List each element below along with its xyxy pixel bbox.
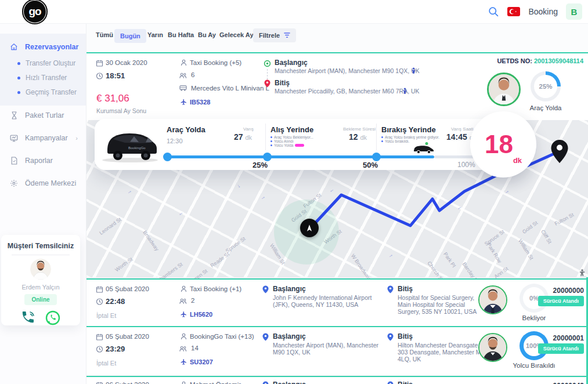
filter-label: Filtrele [259, 32, 280, 39]
reservation-row[interactable]: 06 Şubat 2020 Mehmet Özdemir Başlangıç B… [86, 376, 588, 384]
search-icon[interactable] [488, 6, 499, 17]
customer-rep-card: Müşteri Temsilciniz Erdem Yalçın Online [1, 235, 80, 325]
meta-value: 12 dk [349, 132, 367, 142]
bullet-icon [17, 77, 20, 79]
bullet-icon [17, 91, 20, 94]
sidebar-item-label: Raporlar [25, 157, 53, 165]
stage-bullet: Yolcu Alındı [270, 139, 294, 143]
percent-label: 50% [363, 161, 378, 169]
filter-button[interactable]: Filtrele [253, 28, 296, 42]
status-pill [295, 144, 304, 147]
tab-bu-ay[interactable]: Bu Ay [198, 31, 216, 38]
sidebar-item-transfer-olustur[interactable]: Transfer Oluştur [0, 58, 86, 68]
hourglass-icon [9, 111, 19, 119]
stage-bullet: Araç Yolcu Bekleniyor... [270, 135, 313, 139]
sidebar: Rezervasyonlar Transfer Oluştur Hızlı Tr… [0, 23, 86, 384]
end-address: Manchester Piccadilly, GB, Manchester M6… [275, 88, 449, 95]
row-flight: SU3207 [190, 358, 213, 365]
row-date: 05 Şubat 2020 [106, 285, 149, 292]
cancel-link[interactable]: İptal Et [96, 360, 116, 367]
person-icon [180, 381, 187, 384]
tab-tumu[interactable]: Tümü [96, 31, 113, 38]
end-label: Bitiş [398, 285, 413, 293]
driver-avatar [478, 333, 507, 362]
clock-icon [96, 298, 103, 305]
tracking-panel: BookingGo Araç Yolda 12:30 Varış 27 dk A… [95, 119, 525, 170]
svg-text:BookingGo: BookingGo [128, 146, 146, 150]
sidebar-item-hizli-transfer[interactable]: Hızlı Transfer [0, 73, 86, 83]
row-customer: Taxi Booking (+1) [190, 285, 241, 292]
stage-bullet: Yolcu bırakıldı. [381, 139, 409, 143]
cancel-link[interactable]: İptal Et [96, 312, 116, 319]
vehicle-name: Mercedes Vito L Minivan L [191, 85, 269, 92]
filter-icon [284, 32, 290, 38]
person-pin-icon[interactable] [402, 88, 407, 94]
meta-label: Varış [243, 126, 254, 132]
sidebar-item-raporlar[interactable]: Raporlar [0, 154, 86, 167]
sidebar-item-gecmis-transfer[interactable]: Geçmiş Transfer [0, 87, 86, 97]
reservation-time: 18:51 [106, 71, 125, 80]
home-icon [9, 43, 19, 51]
row-customer: Mehmet Özdemir [190, 381, 241, 384]
tab-bugun[interactable]: Bugün [114, 29, 146, 43]
chevron-right-icon: › [75, 135, 78, 142]
sidebar-item-label: Hızlı Transfer [26, 74, 67, 82]
driver-assigned-badge: Sürücü Atandı [538, 343, 584, 354]
reports-icon [9, 157, 19, 165]
passengers-icon [179, 72, 187, 79]
reservation-row[interactable]: 05 Şubat 2020 23:29 İptal Et BookingGo T… [86, 326, 588, 375]
driver-avatar [487, 73, 521, 106]
flight-icon [180, 311, 187, 318]
tab-yarin[interactable]: Yarın [147, 31, 163, 38]
brand-name: Booking [528, 7, 558, 16]
app-logo[interactable]: go [22, 0, 48, 24]
row-status: Yolcu Bırakıldı [505, 362, 563, 369]
clock-icon [96, 73, 103, 79]
end-label: Bitiş [398, 332, 413, 340]
end-label: Bitiş [275, 79, 290, 87]
reservation-row[interactable]: 05 Şubat 2020 22:48 İptal Et Taxi Bookin… [86, 278, 588, 326]
meta-value: 27 dk [234, 132, 252, 142]
passenger-count: 6 [191, 71, 194, 78]
phone-icon[interactable] [20, 310, 37, 326]
price-note: Kurumsal Ay Sonu [96, 107, 146, 114]
person-pin-icon[interactable] [411, 67, 416, 74]
start-pin-icon [262, 285, 269, 294]
stage-bullet: Araç Yolcu bırakış yerine gidiyor. [381, 135, 439, 139]
eta-unit: dk [513, 156, 522, 165]
driver-avatar [478, 285, 507, 314]
start-label: Başlangıç [273, 332, 306, 340]
progress-percent: 25% [534, 75, 557, 98]
progress-dot [263, 153, 272, 161]
sidebar-item-label: Paket Turlar [25, 111, 64, 119]
reservation-card[interactable]: 30 Ocak 2020 18:51 € 31,06 Kurumsal Ay S… [86, 52, 588, 120]
sidebar-item-odeme-merkezi[interactable]: Ödeme Merkezi [0, 177, 86, 190]
sidebar-item-label: Ödeme Merkezi [25, 179, 76, 187]
tab-bu-hafta[interactable]: Bu Hafta [168, 31, 194, 38]
navigation-arrow-icon [305, 224, 313, 232]
vehicle-marker[interactable] [300, 219, 319, 237]
tab-gelecek-ay[interactable]: Gelecek Ay [219, 31, 254, 38]
profile-button[interactable]: B [566, 3, 582, 20]
sidebar-item-paket-turlar[interactable]: Paket Turlar [0, 109, 86, 122]
sidebar-item-kampanyalar[interactable]: Kampanyalar › [0, 132, 86, 144]
destination-pin-icon[interactable] [550, 140, 569, 163]
sidebar-item-label: Transfer Oluştur [26, 59, 75, 67]
whatsapp-icon[interactable] [45, 310, 61, 326]
calendar-icon [96, 334, 103, 340]
end-pin-icon [387, 381, 394, 384]
start-address: Manchester Airport (MAN), Manchester M90… [273, 342, 386, 356]
stage-title: Araç Yolda [167, 125, 205, 134]
sidebar-item-label: Rezervasyonlar [25, 43, 78, 51]
booking-number: 20000000 [526, 287, 584, 295]
meta-label: Varış Saati [451, 126, 474, 132]
turkish-flag-icon[interactable] [507, 7, 520, 16]
end-label: Bitiş [398, 381, 413, 384]
sidebar-item-label: Kampanyalar [25, 134, 68, 142]
app-root: Leonard St Broadway Worth St Chambers St… [0, 0, 588, 384]
sidebar-item-rezervasyonlar[interactable]: Rezervasyonlar [0, 41, 86, 53]
person-icon [180, 285, 187, 292]
rep-avatar [30, 259, 51, 280]
campaigns-icon [9, 135, 19, 142]
divider [265, 124, 266, 150]
